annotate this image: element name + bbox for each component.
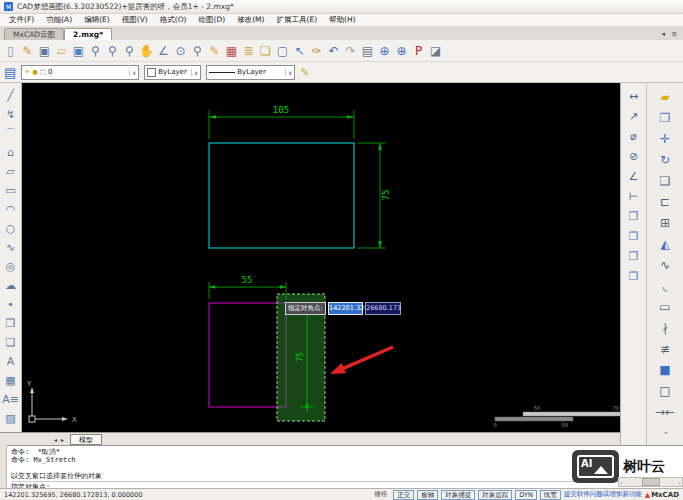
trim-icon[interactable]: ≢ — [654, 339, 676, 360]
menu-file[interactable]: 文件(F) — [3, 15, 40, 25]
toggle-grid[interactable]: 栅格 — [371, 490, 390, 500]
image-insert-icon[interactable]: ▦ — [2, 371, 20, 390]
array-icon[interactable]: ⊞ — [654, 213, 676, 234]
attribute-icon[interactable]: A≡ — [2, 390, 20, 409]
hatch-icon[interactable]: ▨ — [2, 409, 20, 428]
fillet-icon[interactable]: ◟ — [654, 276, 676, 297]
zoom-object-icon[interactable]: ⊙ — [172, 42, 189, 60]
menu-format[interactable]: 格式(O) — [154, 15, 193, 25]
line-icon[interactable]: ╱ — [2, 86, 20, 105]
web-publish-icon[interactable]: ⊕ — [393, 42, 410, 60]
toggle-osnap[interactable]: 对象捕捉 — [441, 490, 475, 500]
tab-model[interactable]: 模型 — [70, 434, 102, 445]
dim-diameter-icon[interactable]: ⌀ — [624, 127, 644, 147]
dynamic-input-y-field[interactable]: 26680.173 — [365, 302, 401, 315]
feedback-link[interactable]: 提交软件问题或增加新功能 — [564, 490, 642, 499]
solid-box-icon[interactable]: ■ — [654, 360, 676, 381]
tab-current-drawing[interactable]: 2.mxg* — [64, 28, 112, 40]
menu-draw[interactable]: 绘图(D) — [193, 15, 232, 25]
image-export-icon[interactable]: ◪ — [427, 42, 444, 60]
join-icon[interactable]: →← — [654, 402, 676, 423]
copy-clip-icon[interactable]: ❒ — [624, 207, 644, 227]
web-icon[interactable]: ⊕ — [376, 42, 393, 60]
color-dropdown[interactable]: ByLayer ∨ — [144, 65, 201, 80]
magenta-rectangle[interactable] — [209, 303, 286, 407]
draw-pencil-icon[interactable]: ✎ — [206, 42, 223, 60]
text-icon[interactable]: A — [2, 352, 20, 371]
toggle-polar[interactable]: 极轴 — [417, 490, 438, 500]
move-icon[interactable]: ✛ — [654, 129, 676, 150]
layer-dropdown[interactable]: ☀ ● □ 0 ∨ — [21, 65, 139, 80]
tab-mxcad-cloud[interactable]: MxCAD云图 — [4, 28, 64, 40]
horizontal-scrollbar[interactable]: ‹ › — [618, 477, 683, 487]
pdf-export-icon[interactable]: P — [410, 42, 427, 60]
menu-function[interactable]: 功能(A) — [40, 15, 78, 25]
zoom-in-icon[interactable]: ⚲ — [87, 42, 104, 60]
dim-linear-icon[interactable]: ↔ — [624, 87, 644, 107]
block-create-icon[interactable]: ❏ — [2, 333, 20, 352]
pan-icon[interactable]: ✋ — [138, 42, 155, 60]
scrollbar-thumb[interactable] — [642, 478, 660, 486]
block-insert-icon[interactable]: ❐ — [2, 314, 20, 333]
open-folder-icon[interactable]: ▱ — [53, 42, 70, 60]
dim-quick-icon[interactable]: ⊢ — [624, 187, 644, 207]
layer-manager-icon[interactable]: ▤ — [4, 65, 16, 80]
arc-icon[interactable]: ⌒ — [2, 124, 20, 143]
mtext-icon[interactable]: ≣ — [240, 42, 257, 60]
color-palette-icon[interactable]: ▦ — [223, 42, 240, 60]
polygon-icon[interactable]: ⌂ — [2, 143, 20, 162]
page-icon[interactable]: ❏ — [257, 42, 274, 60]
toggle-dyn[interactable]: DYN — [515, 490, 536, 500]
copy-base-icon[interactable]: ❐ — [624, 227, 644, 247]
menu-help[interactable]: 帮助(H) — [323, 15, 362, 25]
toggle-ortho[interactable]: 正交 — [393, 490, 414, 500]
dim-angular-icon[interactable]: ∠ — [624, 167, 644, 187]
undo-icon[interactable]: ↶ — [325, 42, 342, 60]
chamfer-icon[interactable]: ▭ — [654, 297, 676, 318]
redo-icon[interactable]: ↷ — [342, 42, 359, 60]
revcloud-icon[interactable]: ☁ — [2, 276, 20, 295]
draw-order-icon[interactable]: ✎ — [300, 66, 309, 79]
dim-radius-icon[interactable]: ⊘ — [624, 147, 644, 167]
zoom-window-icon[interactable]: ⚲ — [104, 42, 121, 60]
scroll-right-icon[interactable]: › — [679, 479, 681, 486]
rectangle-icon[interactable]: ▭ — [2, 181, 20, 200]
cyan-rectangle[interactable] — [209, 143, 354, 248]
tab-scroll-arrows-icon[interactable]: ◂ ≡ — [661, 30, 679, 38]
circle-icon[interactable]: ○ — [2, 219, 20, 238]
zoom-scale-icon[interactable]: ⚲ — [189, 42, 206, 60]
menu-ext-tools[interactable]: 扩展工具(E) — [270, 15, 323, 25]
zoom-extents-icon[interactable]: ⚲ — [121, 42, 138, 60]
paste-icon[interactable]: ❒ — [624, 247, 644, 267]
dim-aligned-icon[interactable]: ↗ — [624, 107, 644, 127]
dynamic-input-x-field[interactable]: 142201.326 — [328, 302, 363, 315]
ellipse-icon[interactable]: ◎ — [2, 257, 20, 276]
region-icon[interactable]: □ — [654, 381, 676, 402]
break-icon[interactable]: ∤ — [654, 318, 676, 339]
menu-view[interactable]: 视图(V) — [116, 15, 154, 25]
select-icon[interactable]: ↖ — [291, 42, 308, 60]
save-icon[interactable]: ▣ — [36, 42, 53, 60]
paste-block-icon[interactable]: ❐ — [624, 267, 644, 287]
spline-icon[interactable]: ∿ — [2, 238, 20, 257]
sketch-icon[interactable]: ✎ — [19, 42, 36, 60]
layout-nav-arrows[interactable]: ◂ ▸ — [54, 436, 65, 443]
export-icon[interactable]: ▢ — [274, 42, 291, 60]
save-as-icon[interactable]: ▣ — [70, 42, 87, 60]
linetype-dropdown[interactable]: ByLayer ∨ — [206, 65, 295, 80]
panel-scroll-up-icon[interactable]: ⌃ — [663, 431, 669, 439]
spline-edit-icon[interactable]: ∿ — [654, 255, 676, 276]
menu-modify[interactable]: 修改(M) — [231, 15, 270, 25]
measure-icon[interactable]: ∠ — [155, 42, 172, 60]
offset-icon[interactable]: ⊏ — [654, 192, 676, 213]
command-window-grip[interactable] — [0, 445, 7, 488]
menu-edit[interactable]: 编辑(E) — [78, 15, 116, 25]
print-icon[interactable]: ▤ — [359, 42, 376, 60]
arc-3pt-icon[interactable]: ◠ — [2, 200, 20, 219]
toggle-lineweight[interactable]: 线宽 — [540, 490, 561, 500]
polygon2-icon[interactable]: ▱ — [2, 162, 20, 181]
match-properties-icon[interactable]: ✑ — [308, 42, 325, 60]
mirror-icon[interactable]: ◭ — [654, 234, 676, 255]
rotate-icon[interactable]: ↻ — [654, 150, 676, 171]
toggle-otrack[interactable]: 对象追踪 — [478, 490, 512, 500]
